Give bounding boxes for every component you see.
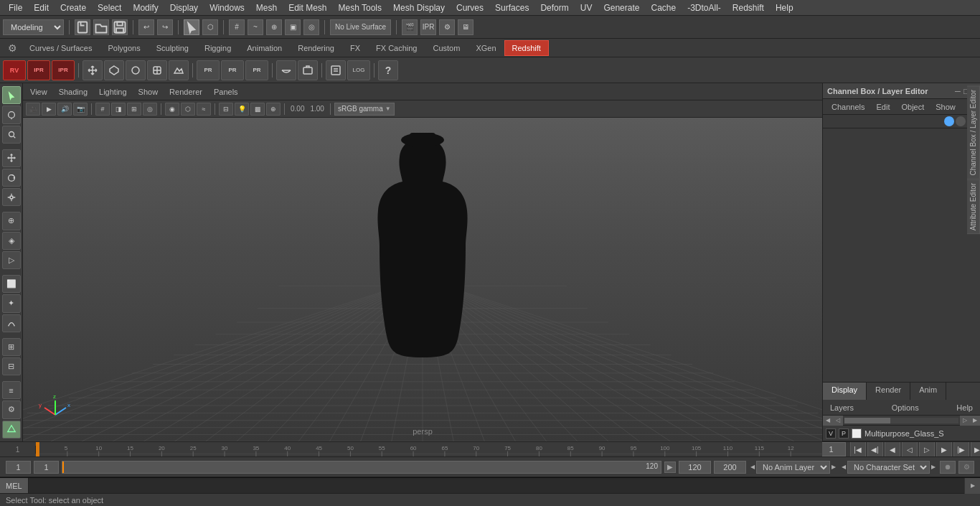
- tab-polygons[interactable]: Polygons: [100, 40, 148, 56]
- ch-tab-channels[interactable]: Channels: [826, 101, 870, 113]
- channel-color-2[interactable]: [956, 116, 966, 126]
- color-space-btn[interactable]: sRGB gamma ▼: [334, 103, 395, 116]
- menu-mesh-tools[interactable]: Mesh Tools: [333, 1, 387, 14]
- frame-current-input2[interactable]: [34, 461, 59, 474]
- menu-generate[interactable]: Generate: [598, 1, 645, 14]
- scale-tool-left[interactable]: [2, 188, 21, 206]
- viewport-3d[interactable]: persp x y z: [23, 118, 822, 441]
- timeline-ruler[interactable]: 5 10 15 20 25 30 35 40 45 50 55 60 65: [36, 442, 822, 456]
- lasso-select-button[interactable]: ⬡: [202, 19, 218, 35]
- lasso-select-left[interactable]: [2, 106, 21, 123]
- rs-renderview-button[interactable]: RV: [3, 60, 26, 80]
- help-icon-btn[interactable]: ?: [378, 60, 398, 80]
- layer-scroll-left2[interactable]: ◁: [833, 416, 843, 426]
- menu-display[interactable]: Display: [164, 1, 204, 14]
- settings-icon-left[interactable]: ⚙: [2, 400, 21, 418]
- tab-animation[interactable]: Animation: [239, 40, 290, 56]
- ch-minimize-btn[interactable]: ─: [955, 87, 961, 95]
- menu-edit[interactable]: Edit: [28, 1, 55, 14]
- rect-select-left[interactable]: ⬜: [2, 275, 21, 293]
- paint-select-left[interactable]: [2, 126, 21, 144]
- anim-layer-arrow-left[interactable]: ◀: [749, 464, 756, 470]
- nurbs-icon-btn[interactable]: [126, 60, 146, 80]
- menu-cache[interactable]: Cache: [645, 1, 682, 14]
- channel-box-edge-tab[interactable]: Channel Box / Layer Editor: [967, 86, 980, 179]
- move-tool-icon-btn[interactable]: [83, 60, 103, 80]
- tab-curves-surfaces[interactable]: Curves / Surfaces: [22, 40, 100, 56]
- vp-smooth-btn[interactable]: ≈: [197, 103, 211, 116]
- menu-mesh-display[interactable]: Mesh Display: [387, 1, 451, 14]
- script-icon-btn[interactable]: [326, 60, 346, 80]
- layers-menu-label[interactable]: Layers: [827, 403, 857, 412]
- command-result-btn[interactable]: ▶: [964, 478, 980, 494]
- select-tool-left[interactable]: [2, 86, 21, 104]
- new-scene-button[interactable]: [75, 19, 90, 35]
- ch-tab-show[interactable]: Show: [930, 101, 961, 113]
- anim-layer-dropdown[interactable]: No Anim Layer: [756, 461, 830, 474]
- menu-mesh[interactable]: Mesh: [250, 1, 283, 14]
- snap-point-button[interactable]: ⊕: [266, 19, 282, 35]
- vp-texture-btn[interactable]: ⊞: [127, 103, 141, 116]
- snap-curve-button[interactable]: ~: [248, 19, 263, 35]
- key-settings-btn[interactable]: ⚙: [958, 461, 974, 474]
- frame-range-toggle[interactable]: ▶: [664, 462, 676, 473]
- snap-grid-button[interactable]: #: [229, 19, 245, 35]
- open-scene-button[interactable]: [93, 19, 109, 35]
- channel-color-1[interactable]: [944, 116, 954, 126]
- menu-surfaces[interactable]: Surfaces: [489, 1, 534, 14]
- mel-lang-toggle[interactable]: MEL: [0, 478, 29, 493]
- vp-grid-btn[interactable]: ⊟: [219, 103, 233, 116]
- char-set-arrow-left[interactable]: ◀: [840, 464, 847, 470]
- vp-film-btn[interactable]: ▶: [42, 103, 56, 116]
- go-start-btn[interactable]: |◀: [850, 441, 866, 457]
- tab-rigging[interactable]: Rigging: [197, 40, 239, 56]
- bowl-icon-btn[interactable]: [276, 60, 296, 80]
- no-live-surface-button[interactable]: persp No Live Surface: [330, 19, 391, 35]
- tab-sculpting[interactable]: Sculpting: [149, 40, 197, 56]
- range-max-input[interactable]: [714, 461, 746, 474]
- pr-button-3[interactable]: PR: [245, 60, 268, 80]
- universal-manip-left[interactable]: ⊕: [2, 212, 21, 230]
- render-settings-button[interactable]: ⚙: [439, 19, 455, 35]
- char-set-arrow-right[interactable]: ▶: [930, 464, 937, 470]
- char-set-dropdown[interactable]: No Character Set: [847, 461, 930, 474]
- rs-ipr2-button[interactable]: IPR: [52, 60, 75, 80]
- undo-button[interactable]: ↩: [138, 19, 154, 35]
- workspace-dropdown[interactable]: Modeling Rigging Animation Rendering FX: [3, 19, 64, 35]
- range-end-input[interactable]: [679, 461, 711, 474]
- rotate-tool-left[interactable]: [2, 169, 21, 187]
- menu-modify[interactable]: Modify: [127, 1, 164, 14]
- vp-wireframe-btn[interactable]: #: [95, 103, 110, 116]
- maya-icon-left[interactable]: [2, 421, 21, 439]
- attribute-editor-edge-tab[interactable]: Attribute Editor: [967, 179, 980, 234]
- log-icon-btn[interactable]: LOG: [347, 60, 370, 80]
- pr-button-2[interactable]: PR: [221, 60, 244, 80]
- snap-icon-left[interactable]: ≡: [2, 381, 21, 399]
- vp-isolate-btn[interactable]: ◉: [165, 103, 179, 116]
- rs-ipr-button[interactable]: IPR: [27, 60, 50, 80]
- vp-shaded-btn[interactable]: ◨: [111, 103, 126, 116]
- menu-curves[interactable]: Curves: [451, 1, 489, 14]
- save-scene-button[interactable]: [112, 19, 128, 35]
- vp-camera2-btn[interactable]: 📷: [73, 103, 88, 116]
- vp-shadow-btn[interactable]: ▩: [250, 103, 265, 116]
- layer-color-swatch[interactable]: [852, 428, 862, 439]
- menu-edit-mesh[interactable]: Edit Mesh: [283, 1, 332, 14]
- ipr-icon-btn[interactable]: [298, 60, 318, 80]
- layer-p-check[interactable]: P: [839, 428, 849, 439]
- gear-icon[interactable]: ⚙: [3, 39, 22, 57]
- layer-scroll-right[interactable]: ▷: [960, 416, 970, 426]
- vp-camera-btn[interactable]: 🎥: [26, 103, 40, 116]
- auto-key-btn[interactable]: ⏺: [940, 461, 956, 474]
- timeline[interactable]: 1 5 10 15 20 25 30 35 40 45 50: [0, 441, 980, 457]
- subdiv-icon-btn[interactable]: [147, 60, 167, 80]
- pivot-left[interactable]: ⊞: [2, 338, 21, 356]
- render-view-button[interactable]: 🖥: [458, 19, 473, 35]
- pr-button-1[interactable]: PR: [197, 60, 220, 80]
- tab-xgen[interactable]: XGen: [468, 40, 504, 56]
- tab-fx-caching[interactable]: FX Caching: [368, 40, 425, 56]
- menu-uv[interactable]: UV: [575, 1, 598, 14]
- snap-live-button[interactable]: ◎: [303, 19, 319, 35]
- dr-tab-render[interactable]: Render: [867, 383, 910, 400]
- menu-create[interactable]: Create: [55, 1, 92, 14]
